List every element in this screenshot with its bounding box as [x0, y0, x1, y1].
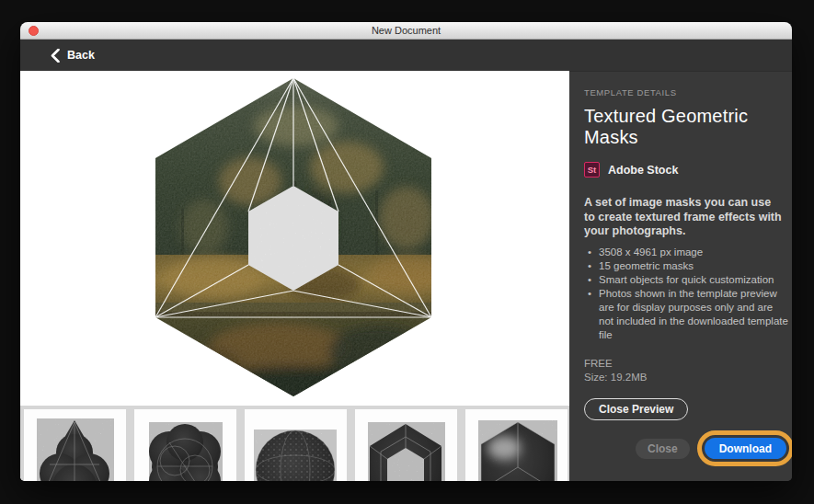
file-size-label: Size: 19.2MB: [584, 371, 790, 384]
bullet-item: 15 geometric masks: [588, 259, 790, 273]
bullet-item: Photos shown in the template preview are…: [588, 287, 790, 342]
provider-name: Adobe Stock: [608, 164, 678, 177]
back-button[interactable]: Back: [51, 49, 95, 63]
close-window-button[interactable]: [29, 26, 39, 36]
close-button[interactable]: Close: [636, 439, 690, 459]
meta-block: FREE Size: 19.2MB: [584, 357, 790, 384]
bullet-item: Smart objects for quick customization: [588, 273, 790, 287]
content-area: TEMPLATE DETAILS Textured Geometric Mask…: [20, 71, 792, 481]
close-preview-button[interactable]: Close Preview: [584, 398, 688, 420]
thumbnail-droplet-triangle-mask[interactable]: [24, 409, 126, 481]
download-button[interactable]: Download: [705, 438, 786, 459]
preview-column: [20, 71, 569, 481]
back-label: Back: [67, 49, 95, 62]
template-title: Textured Geometric Masks: [584, 106, 790, 148]
download-highlight-ring: Download: [697, 430, 792, 466]
chevron-left-icon: [51, 49, 60, 63]
thumbnail-overlapping-circles-mask[interactable]: [134, 409, 236, 481]
footer-buttons: Close Download: [636, 430, 792, 466]
thumbnail-hexagon-ring-mask[interactable]: [355, 409, 457, 481]
section-label: TEMPLATE DETAILS: [584, 87, 790, 97]
header-bar: Back: [20, 40, 792, 71]
thumbnail-strip: [20, 406, 569, 481]
adobe-stock-icon: St: [584, 162, 600, 178]
hexagon-forest-preview-art: [20, 71, 569, 406]
provider-row: St Adobe Stock: [584, 162, 790, 178]
template-description: A set of image masks you can use to crea…: [584, 196, 785, 239]
thumbnail-hexagon-cube-mask[interactable]: [465, 409, 568, 481]
thumbnail-geodesic-sphere-mask[interactable]: [245, 409, 347, 481]
feature-list: 3508 x 4961 px image 15 geometric masks …: [584, 246, 790, 342]
new-document-dialog: New Document Back: [20, 22, 792, 481]
template-preview-image: [20, 71, 569, 406]
template-details-panel: TEMPLATE DETAILS Textured Geometric Mask…: [569, 71, 792, 481]
price-label: FREE: [584, 357, 790, 371]
titlebar: New Document: [20, 22, 792, 40]
bullet-item: 3508 x 4961 px image: [588, 246, 790, 259]
window-title: New Document: [372, 25, 441, 36]
